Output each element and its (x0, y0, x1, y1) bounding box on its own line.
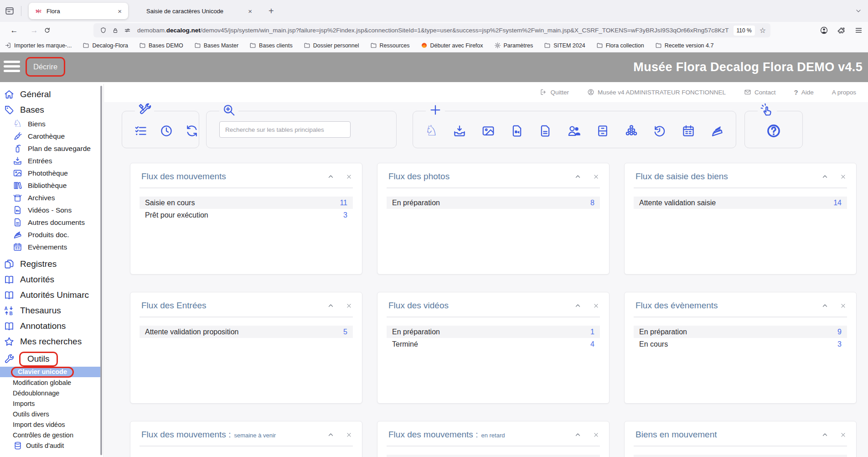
collapse-card-icon[interactable] (574, 302, 581, 309)
document-icon[interactable] (538, 124, 552, 138)
image-icon[interactable] (481, 124, 495, 138)
sidebar-item-produits-doc-[interactable]: Produits doc. (0, 228, 103, 241)
extensions-icon[interactable] (837, 26, 846, 35)
card-row-value[interactable]: 3 (837, 340, 842, 348)
sidebar-scrollbar[interactable] (100, 86, 102, 455)
papers-icon[interactable] (710, 124, 724, 138)
close-card-icon[interactable] (840, 303, 846, 309)
card-row[interactable]: Saisie en cours8 (387, 455, 600, 457)
bookmark-item[interactable]: Decalog-Flora (83, 42, 128, 49)
sidebar-item-vidéos-sons[interactable]: Vidéos - Sons (0, 204, 103, 216)
bookmark-item[interactable]: Bases Master (194, 42, 238, 49)
sidebar-item-archives[interactable]: Archives (0, 192, 103, 204)
bookmark-item[interactable]: Ressources (370, 42, 410, 49)
card-row-value[interactable]: 11 (340, 199, 347, 207)
reload-button[interactable] (44, 27, 51, 34)
close-card-icon[interactable] (593, 432, 599, 438)
card-row[interactable]: En préparation8 (387, 197, 600, 209)
account-icon[interactable] (820, 26, 828, 35)
shield-icon[interactable] (100, 27, 107, 34)
close-card-icon[interactable] (593, 174, 599, 180)
collapse-card-icon[interactable] (574, 431, 581, 438)
sidebar-item-contrôles-de-gestion[interactable]: Contrôles de gestion (0, 430, 103, 440)
userbar-mus-e-v4-administrateur-fonctionnel[interactable]: Musée v4 ADMINISTRATEUR FONCTIONNEL (587, 88, 726, 96)
collapse-card-icon[interactable] (822, 302, 828, 309)
close-card-icon[interactable] (840, 174, 846, 180)
video-file-icon[interactable] (510, 124, 524, 138)
sidebar-item-thesaurus[interactable]: ABThesaurus (0, 303, 103, 318)
sidebar-item-photothèque[interactable]: Photothèque (0, 167, 103, 179)
people-icon[interactable] (567, 124, 581, 138)
describe-button[interactable]: Décrire (26, 57, 65, 77)
sidebar-item-général[interactable]: Général (0, 87, 103, 102)
sidebar-item-outils-d-audit[interactable]: Outils d'audit (0, 440, 103, 451)
sidebar-item-autorités-unimarc[interactable]: Autorités Unimarc (0, 287, 103, 303)
zoom-level-badge[interactable]: 110 % (734, 26, 755, 36)
userbar-aide[interactable]: ?Aide (794, 88, 814, 96)
knight-icon[interactable]: ♘ (425, 124, 438, 138)
bookmark-item[interactable]: Débuter avec Firefox (421, 42, 483, 49)
cabinet-icon[interactable] (596, 124, 610, 138)
card-row[interactable]: Terminé4 (387, 338, 600, 350)
list-all-tabs-chevron-icon[interactable] (855, 8, 862, 14)
userbar-contact[interactable]: Contact (744, 88, 776, 96)
collapse-card-icon[interactable] (327, 302, 334, 309)
browser-tab-flora[interactable]: Flora × (29, 3, 128, 19)
card-row-value[interactable]: 14 (833, 199, 842, 207)
card-row-value[interactable]: 1 (590, 328, 594, 336)
bookmark-item[interactable]: Flora collection (596, 42, 644, 49)
bookmark-item[interactable]: SITEM 2024 (544, 42, 585, 49)
collapse-card-icon[interactable] (822, 431, 828, 438)
collapse-card-icon[interactable] (574, 173, 581, 180)
close-card-icon[interactable] (593, 303, 599, 309)
collapse-card-icon[interactable] (327, 173, 334, 180)
inbox-arrow-icon[interactable] (453, 124, 466, 138)
sidebar-item-bibliothèque[interactable]: Bibliothèque (0, 179, 103, 192)
checklist-icon[interactable] (134, 124, 148, 138)
refresh-icon[interactable] (185, 124, 199, 138)
tab-close-icon[interactable]: × (116, 7, 124, 15)
card-row-value[interactable]: 5 (343, 328, 347, 336)
bookmark-star-icon[interactable]: ☆ (760, 26, 766, 35)
card-row-value[interactable]: 8 (590, 199, 594, 207)
tab-list-icon[interactable] (5, 6, 15, 16)
card-row[interactable]: En préparation1 (387, 326, 600, 338)
sidebar-item-outils-divers[interactable]: Outils divers (0, 409, 103, 419)
history-icon[interactable] (653, 124, 666, 138)
card-row[interactable]: Aucune notice à valider (140, 455, 353, 457)
sidebar-item-outils[interactable]: Outils (0, 351, 103, 367)
close-card-icon[interactable] (840, 432, 846, 438)
card-row[interactable]: Prêt pour exécution3 (140, 209, 353, 221)
card-row[interactable]: En cours3 (634, 338, 847, 350)
help-circle-icon[interactable] (766, 123, 781, 139)
permissions-icon[interactable] (124, 27, 131, 34)
card-row-value[interactable]: 3 (343, 211, 347, 219)
clock-icon[interactable] (160, 124, 173, 138)
card-row-value[interactable]: 4 (590, 340, 594, 348)
sidebar-item-autorités[interactable]: Autorités (0, 272, 103, 287)
back-button[interactable]: ← (8, 26, 20, 35)
sidebar-item-modification-globale[interactable]: Modification globale (0, 377, 103, 388)
menu-icon[interactable] (855, 26, 863, 34)
sidebar-item-dédoublonnage[interactable]: Dédoublonnage (0, 388, 103, 398)
card-row[interactable]: En préparation9 (634, 326, 847, 338)
card-row[interactable]: Prêt pour exécution36 (634, 455, 847, 457)
bookmark-item[interactable]: Importer les marque-... (5, 42, 72, 49)
calendar-icon[interactable] (682, 124, 695, 138)
userbar-a-propos[interactable]: A propos (832, 89, 856, 96)
card-row-value[interactable]: 9 (837, 328, 842, 336)
close-card-icon[interactable] (346, 174, 352, 180)
sidebar-item-registres[interactable]: Registres (0, 256, 103, 272)
close-card-icon[interactable] (346, 303, 352, 309)
sidebar-item-bases[interactable]: Bases (0, 102, 103, 118)
sidebar-item-clavier-unicode[interactable]: Clavier unicode (0, 367, 101, 377)
url-bar[interactable]: demobam.decalog.net/demov45/jsp/system/w… (93, 23, 770, 37)
app-menu-icon[interactable] (4, 61, 20, 74)
sidebar-item-evènements[interactable]: Evènements (0, 241, 103, 253)
sidebar-item-biens[interactable]: ♘Biens (0, 118, 103, 130)
tab-close-icon[interactable]: × (246, 7, 254, 15)
card-row[interactable]: Saisie en cours11 (140, 197, 353, 209)
bookmark-item[interactable]: Dossier personnel (304, 42, 359, 49)
sidebar-item-mes-recherches[interactable]: Mes recherches (0, 334, 103, 349)
main-search-input[interactable] (219, 121, 351, 138)
